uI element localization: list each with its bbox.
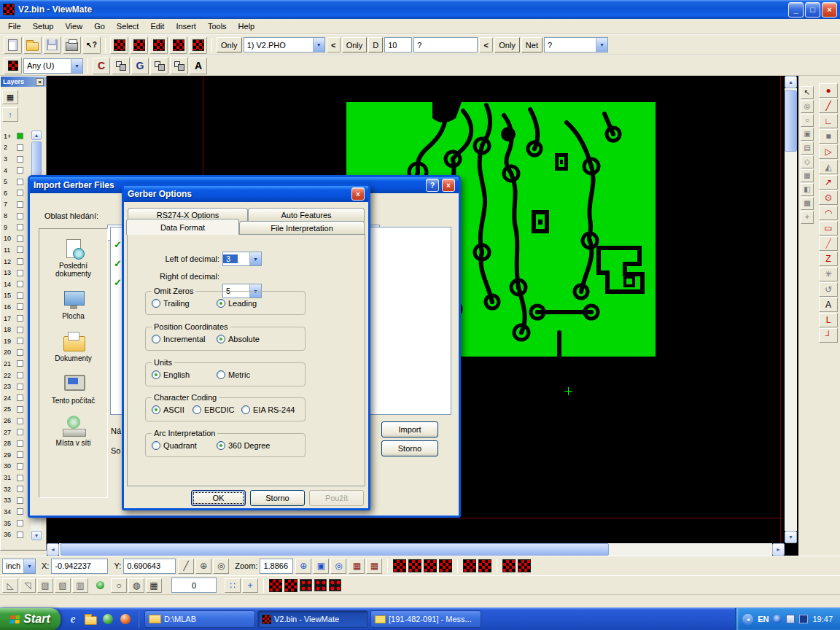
circles-icon[interactable]: ○	[801, 114, 814, 127]
layer-row[interactable]: 2	[1, 142, 31, 154]
layer-color-chip[interactable]	[17, 463, 23, 470]
film-button[interactable]	[408, 559, 421, 572]
menu-item[interactable]: Insert	[170, 20, 202, 33]
dialog-help-button[interactable]: ?	[426, 179, 439, 192]
hatch-icon[interactable]: ▨	[37, 578, 53, 593]
layer-row[interactable]: 35	[1, 518, 31, 529]
circle-tool-icon[interactable]: ⊙	[819, 190, 838, 205]
radio-360-degree[interactable]	[217, 441, 225, 450]
layer-row[interactable]: 27	[1, 427, 31, 438]
film-button[interactable]	[463, 559, 476, 572]
radio-leading[interactable]	[217, 299, 225, 308]
radio-ebcdic[interactable]	[192, 405, 201, 414]
layer-row[interactable]: 29	[1, 449, 31, 461]
menu-item[interactable]: Go	[88, 20, 111, 33]
area-select-button[interactable]	[170, 57, 188, 74]
layer-row[interactable]: 23	[1, 381, 31, 392]
layer-color-chip[interactable]	[17, 338, 23, 344]
layer-color-chip[interactable]	[17, 475, 23, 481]
rotate-tool-icon[interactable]: ↺	[819, 282, 838, 297]
corner-draw-2-icon[interactable]: ◹	[20, 578, 36, 593]
layer-row[interactable]: 16	[1, 301, 31, 313]
film-view-button[interactable]	[110, 36, 128, 54]
vscroll-thumb[interactable]	[785, 90, 797, 152]
layer-color-chip[interactable]	[17, 246, 23, 253]
layer-row[interactable]: 36	[1, 529, 31, 540]
layer-color-chip[interactable]	[17, 440, 23, 447]
layers-icon[interactable]: ▣	[801, 128, 814, 141]
layer-color-chip[interactable]	[17, 270, 23, 276]
layers-panel-close-icon[interactable]: ×	[36, 78, 44, 86]
gerber-file-icon[interactable]: ✓	[114, 258, 122, 269]
layer-row[interactable]: 18	[1, 324, 31, 335]
left-of-decimal-combo[interactable]: 3 ▼	[222, 252, 262, 266]
layer-color-chip[interactable]	[17, 315, 23, 322]
gerber-file-icon[interactable]: ✓	[114, 277, 122, 288]
tab-data-format[interactable]: Data Format	[126, 219, 239, 235]
layer-color-chip[interactable]	[17, 497, 23, 504]
radio-trailing[interactable]	[152, 299, 160, 308]
film-button[interactable]	[284, 579, 298, 592]
gerber-file-icon[interactable]: ✓	[114, 239, 122, 250]
only-dcode-toggle[interactable]: Only	[342, 37, 368, 52]
hide-icons-chevron[interactable]: ◄	[742, 614, 753, 625]
messenger-tray-icon[interactable]	[773, 615, 782, 623]
trace-select-button[interactable]	[150, 57, 168, 74]
aperture-view-button[interactable]	[149, 36, 168, 54]
layers-scroll-up[interactable]: ▲	[31, 131, 42, 140]
film-button[interactable]	[424, 559, 437, 572]
layer-color-chip[interactable]	[17, 327, 23, 333]
corner-draw-icon[interactable]: ◺	[2, 578, 18, 593]
film-button[interactable]	[502, 559, 516, 572]
layer-row[interactable]: 31	[1, 472, 31, 483]
vscroll-track[interactable]	[785, 88, 797, 531]
layer-row[interactable]: 22	[1, 370, 31, 381]
layer-color-chip[interactable]	[17, 258, 23, 265]
tray-icon[interactable]	[786, 615, 795, 623]
step-trace-tool-icon[interactable]: Z	[819, 252, 838, 266]
start-button[interactable]: Start	[0, 608, 61, 630]
layer-color-chip[interactable]	[17, 303, 23, 310]
places-item[interactable]: Místa v síti	[41, 415, 106, 447]
snap-icon[interactable]: ◇	[801, 155, 814, 168]
hscroll-thumb[interactable]	[61, 543, 609, 556]
layer-color-chip[interactable]	[17, 429, 23, 435]
layer-row[interactable]: 30	[1, 461, 31, 472]
layer-row[interactable]: 8	[1, 210, 31, 222]
grid-2-icon[interactable]: ▦	[366, 559, 382, 574]
layer-color-chip[interactable]	[17, 418, 23, 424]
layer-color-chip[interactable]	[17, 156, 23, 163]
layer-row[interactable]: 20	[1, 347, 31, 359]
layer-up-button[interactable]: ↑	[2, 107, 18, 122]
radio-absolute[interactable]	[217, 335, 225, 343]
places-item[interactable]: Plocha	[41, 288, 106, 320]
gerber-close-button[interactable]: ×	[351, 187, 365, 201]
lines-icon[interactable]: ▥	[72, 578, 88, 593]
rect-tool-icon[interactable]: ▭	[819, 221, 838, 236]
layer-row[interactable]: 25	[1, 404, 31, 416]
layer-color-chip[interactable]	[17, 372, 23, 378]
grid-icon[interactable]: ▦	[349, 559, 365, 574]
layer-view-button[interactable]	[169, 36, 187, 54]
tray-icon-2[interactable]	[799, 615, 808, 623]
arc-tool-icon[interactable]: ◠	[819, 206, 838, 220]
dcode-label[interactable]: D	[368, 37, 383, 52]
cancel-button[interactable]: Storno	[250, 490, 305, 506]
browser-quicklaunch-icon[interactable]	[119, 612, 132, 626]
layer-row[interactable]: 14	[1, 279, 31, 290]
places-item[interactable]: Dokumenty	[41, 330, 106, 362]
layer-row[interactable]: 26	[1, 415, 31, 427]
dots-grid-icon[interactable]: ∷	[225, 578, 241, 593]
active-layer-combo[interactable]: 1) V2.PHO ▼	[244, 37, 325, 52]
dcode-query-field[interactable]: ?	[413, 37, 478, 52]
measure-icon[interactable]: ╱	[178, 559, 194, 574]
prev-layer-button[interactable]: <	[327, 37, 341, 52]
import-button[interactable]: Import	[381, 421, 438, 438]
combo-arrow-icon[interactable]: ▼	[23, 559, 35, 573]
rows-icon[interactable]: ▤	[801, 141, 814, 155]
canvas-vscrollbar[interactable]: ▲ ▼	[785, 76, 797, 543]
dcode-view-button[interactable]	[130, 36, 148, 54]
zoom-in-icon[interactable]: ⊕	[295, 559, 311, 574]
circle-mode-icon[interactable]: ○	[111, 578, 127, 593]
text-tool-icon[interactable]: A	[819, 298, 838, 312]
